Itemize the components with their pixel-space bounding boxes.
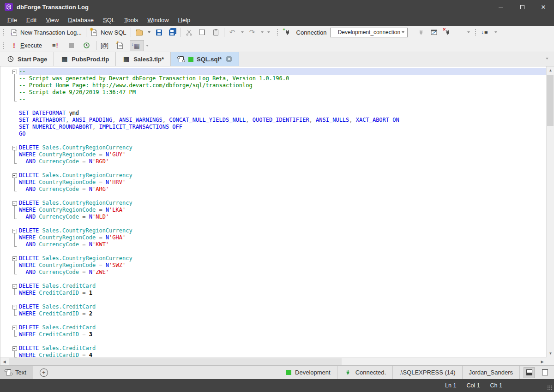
- code-line: [0, 297, 546, 303]
- connection-toolbar-dropdown[interactable]: [467, 31, 470, 33]
- parameters-button[interactable]: [@]: [98, 40, 111, 51]
- disconnect-icon: ✕: [444, 29, 452, 36]
- transaction-log-icon: ◔: [10, 29, 18, 36]
- fold-toggle-icon[interactable]: [12, 227, 19, 234]
- save-all-button[interactable]: [166, 27, 179, 38]
- toolbar-grip[interactable]: [475, 29, 477, 36]
- paste-button[interactable]: [209, 27, 223, 38]
- vertical-scrollbar-thumb[interactable]: [547, 75, 554, 126]
- code-lines: ---- Script was generated by Devart dbFo…: [0, 66, 546, 357]
- menu-edit[interactable]: Edit: [22, 15, 41, 25]
- menu-window[interactable]: Window: [143, 15, 173, 25]
- layout-split-button[interactable]: [524, 367, 535, 378]
- cut-button[interactable]: [182, 27, 196, 38]
- results-grid-icon: ▦↓: [133, 42, 141, 49]
- menu-bar: File Edit View Database SQL Tools Window…: [0, 14, 554, 26]
- server-status[interactable]: .\SQLEXPRESS (14): [392, 366, 462, 379]
- results-view-toggle-button[interactable]: ▦↓: [130, 40, 144, 51]
- resize-grip-icon[interactable]: [547, 385, 553, 391]
- window-title: dbForge Transaction Log: [17, 4, 89, 11]
- fold-toggle-icon[interactable]: [12, 303, 19, 310]
- fold-margin: [12, 338, 19, 345]
- connection-select[interactable]: Development_connection: [330, 28, 408, 37]
- vertical-scrollbar[interactable]: ▲ ▼: [546, 66, 554, 357]
- menu-tools[interactable]: Tools: [120, 15, 143, 25]
- user-status[interactable]: Jordan_Sanders: [462, 366, 519, 379]
- add-view-button[interactable]: +: [40, 368, 48, 377]
- fold-margin: [12, 317, 19, 324]
- edit-connection-icon: [430, 29, 438, 36]
- tab-start-page[interactable]: Start Page: [0, 52, 54, 66]
- copy-button[interactable]: [196, 27, 209, 38]
- menu-view[interactable]: View: [41, 15, 63, 25]
- fold-toggle-icon[interactable]: [12, 68, 19, 75]
- fold-toggle-icon[interactable]: [12, 345, 19, 352]
- toolbar-grip[interactable]: [3, 29, 5, 36]
- connect-button[interactable]: [414, 27, 428, 38]
- fold-toggle-icon[interactable]: [12, 200, 19, 207]
- new-connection-button[interactable]: +: [281, 27, 295, 38]
- execute-script-button[interactable]: ≡!: [48, 40, 62, 51]
- tab-close-icon[interactable]: ✕: [226, 56, 232, 62]
- tab-sales3[interactable]: ▦ Sales3.tlp*: [116, 52, 171, 66]
- format-document-button[interactable]: ≡ ↓: [479, 27, 493, 38]
- database-status[interactable]: Development: [280, 366, 337, 379]
- connection-status[interactable]: Connected.: [337, 366, 393, 379]
- menu-help[interactable]: Help: [174, 15, 195, 25]
- format-document-icon: ≡ ↓: [482, 29, 490, 36]
- code-line: WHERE CountryRegionCode = N'GHA': [0, 234, 546, 241]
- scroll-up-icon[interactable]: ▲: [547, 66, 554, 74]
- clipboard-history-dropdown[interactable]: [267, 31, 270, 33]
- redo-dropdown[interactable]: [261, 31, 264, 33]
- open-file-dropdown[interactable]: [148, 31, 151, 33]
- fold-toggle-icon[interactable]: [12, 255, 19, 262]
- disconnect-button[interactable]: ✕: [441, 27, 454, 38]
- minimize-button[interactable]: [490, 0, 512, 14]
- layout-split-icon: [526, 369, 532, 375]
- fold-toggle-icon[interactable]: [12, 324, 19, 331]
- text-view-tab[interactable]: Text: [0, 366, 33, 379]
- save-button[interactable]: [152, 27, 166, 38]
- scroll-left-icon[interactable]: ◀: [0, 358, 8, 365]
- tab-pubsprod[interactable]: ▦ PubsProd.tlp: [54, 52, 116, 66]
- menu-file[interactable]: File: [3, 15, 22, 25]
- format-dropdown[interactable]: [494, 31, 497, 33]
- scroll-down-icon[interactable]: ▼: [547, 350, 554, 357]
- fold-margin: [12, 165, 19, 172]
- new-sql-button[interactable]: ✱ New SQL: [88, 27, 129, 38]
- fold-toggle-icon[interactable]: [12, 144, 19, 151]
- open-file-button[interactable]: [132, 27, 146, 38]
- toolbar-grip[interactable]: [277, 29, 279, 36]
- layout-single-button[interactable]: [539, 367, 550, 378]
- code-line: [0, 248, 546, 255]
- execute-button[interactable]: ! Execute: [7, 40, 45, 51]
- close-button[interactable]: ✕: [533, 0, 554, 14]
- export-results-button[interactable]: ➚: [114, 40, 127, 51]
- edit-connection-button[interactable]: [428, 27, 441, 38]
- toolbar-grip[interactable]: [3, 42, 5, 49]
- tab-list-dropdown[interactable]: [546, 58, 548, 59]
- code-line: [0, 137, 546, 144]
- fold-margin: [12, 220, 19, 227]
- results-view-dropdown[interactable]: [146, 45, 149, 47]
- sql-editor[interactable]: ---- Script was generated by Devart dbFo…: [0, 66, 554, 365]
- horizontal-scrollbar[interactable]: ◀ ▶: [0, 357, 546, 365]
- horizontal-scrollbar-thumb[interactable]: [9, 358, 342, 365]
- undo-button[interactable]: ↶: [226, 27, 239, 38]
- connection-select-arrow[interactable]: [402, 31, 404, 33]
- stop-button[interactable]: [65, 40, 78, 51]
- tab-sql[interactable]: SQL.sql* ✕: [171, 52, 239, 66]
- scroll-right-icon[interactable]: ▶: [538, 358, 546, 365]
- menu-sql[interactable]: SQL: [98, 15, 120, 25]
- redo-button[interactable]: ↷: [246, 27, 259, 38]
- fold-margin: [12, 214, 19, 220]
- fold-toggle-icon[interactable]: [12, 172, 19, 179]
- menu-database[interactable]: Database: [63, 15, 98, 25]
- undo-dropdown[interactable]: [241, 31, 244, 33]
- new-transaction-log-button[interactable]: ◔ New Transaction Log...: [7, 27, 84, 38]
- query-history-button[interactable]: [80, 40, 93, 51]
- code-line: AND CurrencyCode = N'ZWE': [0, 269, 546, 276]
- fold-toggle-icon[interactable]: [12, 283, 19, 290]
- maximize-button[interactable]: [512, 0, 533, 14]
- execute-icon: !: [10, 42, 18, 49]
